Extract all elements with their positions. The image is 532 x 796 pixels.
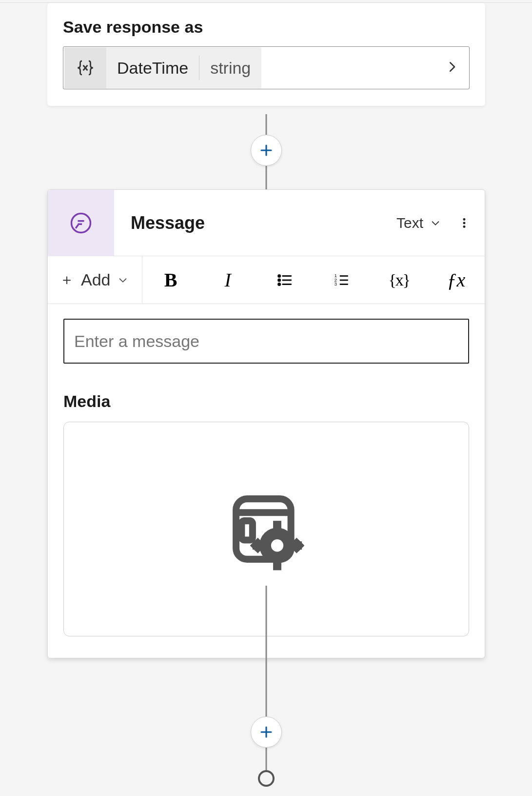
insert-formula-button[interactable]: ƒx [428, 256, 485, 304]
more-options-button[interactable] [450, 208, 479, 238]
message-input-placeholder: Enter a message [74, 332, 199, 351]
add-node-button[interactable] [251, 135, 282, 166]
chevron-down-icon [118, 275, 128, 286]
svg-rect-15 [273, 559, 281, 571]
save-response-title: Save response as [63, 18, 470, 37]
variable-picker[interactable]: DateTime string [63, 46, 470, 89]
svg-point-13 [271, 539, 283, 551]
svg-point-3 [463, 225, 466, 228]
svg-point-5 [278, 279, 280, 281]
message-input[interactable]: Enter a message [63, 319, 469, 364]
svg-point-6 [278, 283, 280, 285]
svg-text:3: 3 [335, 281, 337, 286]
message-type-dropdown[interactable]: Text [396, 215, 450, 231]
svg-rect-11 [241, 521, 253, 540]
add-node-button[interactable] [251, 716, 282, 748]
bold-button[interactable]: B [142, 256, 199, 304]
svg-rect-14 [273, 521, 281, 532]
message-type-label: Text [396, 215, 423, 231]
media-gear-icon [222, 485, 310, 573]
svg-point-4 [278, 275, 280, 277]
end-node[interactable] [258, 770, 275, 787]
toolbar-add-button[interactable]: ＋ Add [48, 256, 142, 304]
save-response-card: Save response as DateTime string [47, 3, 485, 106]
svg-point-2 [463, 222, 466, 224]
bullet-list-button[interactable] [256, 256, 314, 304]
message-card-header: Message Text [48, 190, 485, 256]
plus-icon: ＋ [59, 270, 74, 290]
svg-point-0 [72, 213, 91, 232]
message-toolbar: ＋ Add B I 123 {x} ƒx [48, 256, 485, 304]
toolbar-add-label: Add [81, 270, 111, 289]
chevron-down-icon [430, 218, 441, 228]
media-section-title: Media [63, 392, 469, 411]
chevron-right-icon [445, 60, 459, 76]
variable-name: DateTime [106, 47, 199, 88]
numbered-list-button[interactable]: 123 [314, 256, 371, 304]
variable-type: string [199, 47, 261, 88]
connector-line [266, 586, 267, 781]
variable-icon [64, 47, 106, 88]
message-card-title: Message [114, 213, 396, 233]
svg-point-1 [463, 218, 466, 220]
variable-pill: DateTime string [64, 47, 261, 88]
insert-variable-button[interactable]: {x} [371, 256, 428, 304]
italic-button[interactable]: I [199, 256, 256, 304]
message-icon [48, 190, 114, 256]
